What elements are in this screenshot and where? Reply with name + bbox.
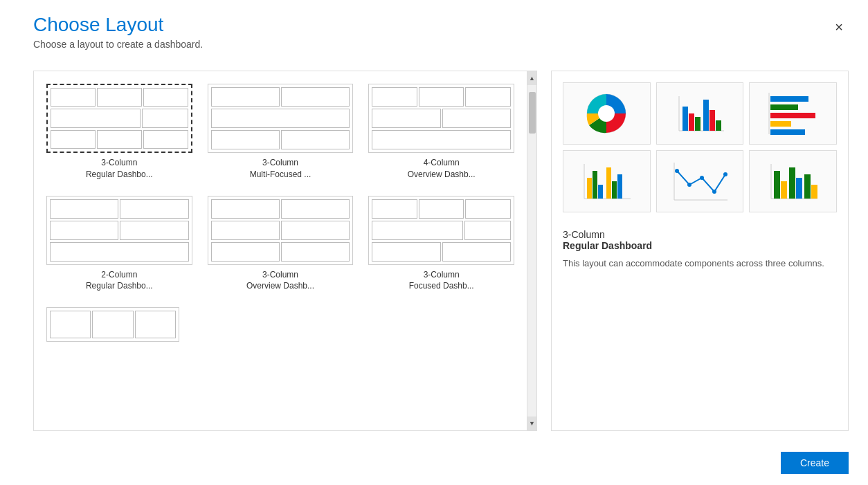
mini-cell [211,199,280,219]
mini-cell [50,242,189,262]
svg-rect-12 [770,104,798,110]
layout-item-2col-regular[interactable]: 2-ColumnRegular Dashbo... [44,193,195,295]
mini-cell [211,242,280,262]
svg-rect-9 [716,120,721,131]
mini-cell [372,221,463,240]
mini-cell [372,109,440,128]
layout-item-3col-multifocused[interactable]: 3-ColumnMulti-Focused ... [205,81,356,183]
mini-cell [97,88,142,107]
layout-item-label-3col-focused: 3-ColumnFocused Dashb... [409,269,474,293]
layout-desc-text: This layout can accommodate components a… [563,257,837,271]
mini-cell [281,242,350,262]
svg-rect-11 [770,96,808,102]
mini-cell [211,130,280,149]
mini-cell [281,87,350,107]
mini-cell [372,87,417,107]
mini-cell [281,221,350,240]
layout-item-3col-focused[interactable]: 3-ColumnFocused Dashb... [365,193,517,295]
mini-cell [281,199,350,219]
svg-rect-8 [709,110,715,131]
svg-point-27 [687,183,691,187]
scroll-down-button[interactable]: ▼ [527,417,536,430]
dialog-footer: Create [0,445,868,485]
layout-desc-subtitle: Regular Dashboard [563,240,837,251]
svg-rect-23 [617,174,622,199]
layout-item-4col-overview[interactable]: 4-ColumnOverview Dashb... [365,81,517,183]
layout-list-scroll: 3-ColumnRegular Dashbo... [34,71,536,354]
choose-layout-dialog: Choose Layout Choose a layout to create … [0,0,868,485]
layout-preview-3col-focused [368,196,514,265]
svg-point-1 [598,105,615,122]
mini-cell [372,242,440,262]
dialog-title: Choose Layout [33,14,203,36]
chart-thumb-line [656,150,744,212]
layout-list-container: 3-ColumnRegular Dashbo... [33,71,537,431]
mini-cell [464,221,511,240]
svg-rect-4 [682,107,688,131]
layout-preview-3col-regular [46,84,192,153]
layout-item-label-3col-overview: 3-ColumnOverview Dashb... [246,269,314,293]
layout-item-partial[interactable] [44,304,182,345]
svg-rect-6 [695,117,700,131]
mini-cell [419,87,464,107]
layout-item-label-3col-multifocused: 3-ColumnMulti-Focused ... [250,157,311,181]
dialog-header: Choose Layout Choose a layout to create … [0,0,868,57]
svg-point-30 [723,172,727,176]
header-text: Choose Layout Choose a layout to create … [33,14,203,50]
mini-cell [97,130,142,149]
svg-rect-20 [598,185,603,199]
chart-thumb-hbar [749,82,837,145]
chart-thumb-clustered [563,150,651,212]
mini-cell [211,221,280,240]
svg-point-29 [712,190,716,194]
mini-cell [465,87,511,107]
mini-cell [372,199,417,219]
layout-partial-row [44,304,517,345]
mini-cell [281,130,350,149]
scroll-thumb [529,92,536,134]
mini-cell [51,109,141,127]
mini-cell [211,109,350,128]
mini-cell [442,109,511,128]
svg-rect-21 [606,167,611,199]
svg-point-26 [675,169,679,173]
mini-cell [51,130,96,149]
mini-cell [120,199,188,219]
close-button[interactable]: × [829,17,849,38]
mini-cell [92,311,133,338]
scroll-track [527,85,536,417]
mini-cell [142,109,188,127]
svg-point-28 [700,176,704,180]
mini-cell [442,242,511,262]
mini-cell [143,88,188,107]
chart-thumb-bar [656,82,744,145]
mini-cell [120,221,188,240]
mini-cell [50,199,118,219]
layout-preview-3col-multifocused [208,84,354,153]
svg-rect-38 [811,185,817,199]
svg-rect-35 [789,167,795,199]
svg-rect-7 [703,100,709,131]
svg-rect-13 [770,113,815,118]
svg-rect-19 [593,171,597,199]
mini-cell [465,199,511,219]
scroll-up-button[interactable]: ▲ [527,71,536,85]
layout-item-label-4col-overview: 4-ColumnOverview Dashb... [408,157,476,181]
layout-preview-partial [46,307,179,342]
mini-cell [372,130,511,149]
mini-cell [50,311,91,338]
create-button[interactable]: Create [781,452,849,474]
layout-preview-4col-overview [368,84,514,153]
svg-rect-36 [796,178,802,199]
scrollbar[interactable]: ▲ ▼ [527,71,536,430]
layout-item-label-2col-regular: 2-ColumnRegular Dashbo... [86,269,153,293]
dialog-subtitle: Choose a layout to create a dashboard. [33,39,203,50]
layout-item-3col-regular[interactable]: 3-ColumnRegular Dashbo... [44,81,195,183]
mini-cell [50,221,118,240]
svg-rect-18 [587,178,592,199]
chart-preview-grid [563,82,837,212]
mini-cell [135,311,176,338]
svg-rect-5 [689,113,694,131]
svg-rect-15 [770,129,805,135]
layout-item-3col-overview[interactable]: 3-ColumnOverview Dashb... [205,193,356,295]
